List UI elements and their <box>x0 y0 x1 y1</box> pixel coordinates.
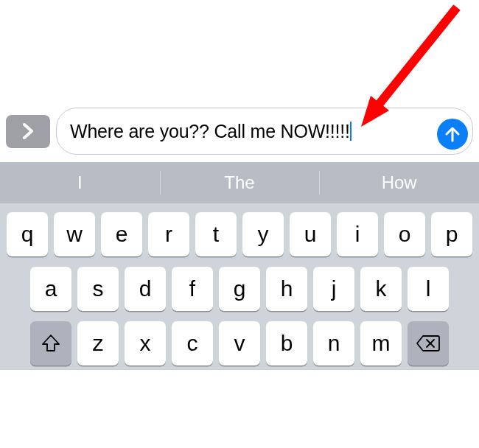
key-q[interactable]: q <box>7 212 48 256</box>
shift-key[interactable] <box>30 321 71 365</box>
keys-area: q w e r t y u i o p a s d f g h j k l <box>0 203 479 370</box>
expand-button[interactable] <box>6 115 50 148</box>
compose-row: Where are you?? Call me NOW!!!!! <box>0 103 479 162</box>
key-m[interactable]: m <box>360 321 402 365</box>
key-l[interactable]: l <box>408 267 449 311</box>
suggestion-item[interactable]: How <box>319 162 479 203</box>
key-r[interactable]: r <box>148 212 189 256</box>
key-h[interactable]: h <box>266 267 307 311</box>
key-s[interactable]: s <box>77 267 119 311</box>
key-f[interactable]: f <box>172 267 213 311</box>
text-cursor <box>350 122 352 141</box>
message-text: Where are you?? Call me NOW!!!!! <box>70 120 352 142</box>
backspace-key[interactable] <box>408 321 449 365</box>
suggestion-item[interactable]: I <box>0 162 160 203</box>
shift-icon <box>41 333 61 354</box>
key-j[interactable]: j <box>313 267 354 311</box>
backspace-icon <box>416 335 441 352</box>
key-u[interactable]: u <box>290 212 331 256</box>
key-t[interactable]: t <box>195 212 237 256</box>
key-w[interactable]: w <box>54 212 95 256</box>
message-input[interactable]: Where are you?? Call me NOW!!!!! <box>56 108 473 155</box>
key-row-3: z x c v b n m <box>4 321 475 365</box>
arrow-up-icon <box>444 126 461 142</box>
key-k[interactable]: k <box>360 267 402 311</box>
key-g[interactable]: g <box>219 267 260 311</box>
key-p[interactable]: p <box>431 212 472 256</box>
suggestion-bar: I The How <box>0 162 479 203</box>
key-row-2: a s d f g h j k l <box>4 267 475 311</box>
key-n[interactable]: n <box>313 321 354 365</box>
key-a[interactable]: a <box>30 267 71 311</box>
key-c[interactable]: c <box>172 321 213 365</box>
key-o[interactable]: o <box>384 212 425 256</box>
keyboard: I The How q w e r t y u i o p a s d f g … <box>0 162 479 370</box>
key-b[interactable]: b <box>266 321 307 365</box>
key-x[interactable]: x <box>125 321 166 365</box>
chevron-right-icon <box>21 123 35 139</box>
send-button[interactable] <box>437 119 468 150</box>
key-v[interactable]: v <box>219 321 260 365</box>
blank-space <box>0 0 479 103</box>
key-d[interactable]: d <box>125 267 166 311</box>
key-i[interactable]: i <box>337 212 378 256</box>
suggestion-item[interactable]: The <box>160 162 320 203</box>
key-y[interactable]: y <box>242 212 284 256</box>
key-e[interactable]: e <box>101 212 142 256</box>
key-row-1: q w e r t y u i o p <box>4 212 475 256</box>
key-z[interactable]: z <box>77 321 119 365</box>
